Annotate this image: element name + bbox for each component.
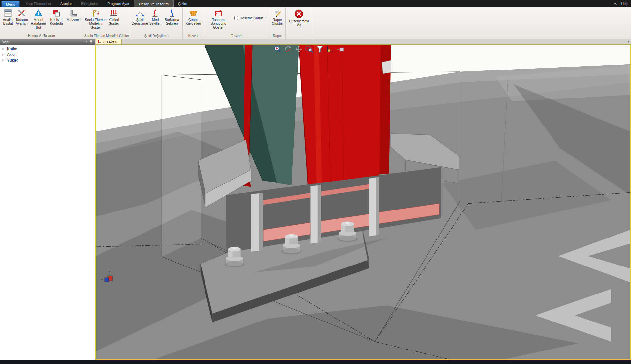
ribbon-group-hesap-ve-tasarim: Analizi Başlat Tasarım Ayarları Model Ha…	[0, 7, 83, 39]
svg-text:Z: Z	[109, 269, 111, 273]
ribbon-group-sekil-degistirme: Şekil Değiştirme Mod Şekilleri Burkulma …	[130, 7, 183, 39]
ribbon-group-kuvvet: Çubuk Kuvvetleri Kuvvet	[183, 7, 204, 39]
show-loads-icon	[110, 9, 118, 17]
expand-triangle-icon[interactable]: ▷	[2, 47, 5, 50]
tab-program-ayar[interactable]: Program Ayar	[103, 0, 134, 7]
material-icon	[69, 9, 78, 17]
tree-item-yukler[interactable]: ▷ Yükler	[0, 57, 95, 63]
intersection-check-icon	[52, 9, 61, 17]
sekil-degistirme-button[interactable]: Şekil Değiştirme	[131, 8, 148, 26]
kesisim-kontrolu-button[interactable]: Kesişim Kontrolü	[48, 8, 65, 26]
ribbon-group-duzenleme: Düzenlemeyi Aç	[286, 7, 312, 39]
tab-araclar[interactable]: Araçlar	[56, 0, 77, 7]
mod-sekilleri-button[interactable]: Mod Şekilleri	[148, 8, 162, 26]
ribbon-group-tasarim: Tasarım Sonucunu Göster Döşeme Sonucu Ta…	[204, 7, 269, 39]
tab-birlesimler[interactable]: Birleşimler	[77, 0, 103, 7]
yukleri-goster-button[interactable]: Yükleri Göster	[107, 8, 121, 26]
zoom-in-icon[interactable]	[273, 45, 282, 54]
orbit-icon[interactable]	[284, 45, 293, 54]
analysis-table-icon	[4, 9, 12, 17]
expand-triangle-icon[interactable]: ▷	[2, 59, 5, 62]
viewport-area: 3D Kot 0 ▾	[95, 39, 631, 360]
help-link[interactable]: Help	[621, 2, 628, 6]
axes-corner-icon[interactable]	[326, 45, 335, 54]
cubuk-kuvvetleri-button[interactable]: Çubuk Kuvvetleri	[184, 8, 203, 26]
group-label: Şekil Değiştirme	[131, 34, 181, 39]
viewport-tab-3d-kot-0[interactable]: 3D Kot 0	[96, 39, 122, 44]
pan-icon[interactable]	[294, 45, 303, 54]
section-plane-icon[interactable]	[336, 45, 345, 54]
burkulma-sekilleri-button[interactable]: Burkulma Şekilleri	[162, 8, 181, 26]
buckling-shapes-icon	[168, 9, 176, 17]
doseme-sonucu-checkbox-input[interactable]	[234, 16, 238, 20]
ribbon-group-sonlu-eleman: Sonlu Eleman Modelini Göster Yükleri Gös…	[83, 7, 130, 39]
menu-button[interactable]: Menü	[1, 1, 20, 7]
group-label: Rapor	[270, 34, 284, 39]
deformation-icon	[136, 9, 144, 17]
ribbon: Analizi Başlat Tasarım Ayarları Model Ha…	[0, 7, 631, 39]
axis-cube-blue-face	[105, 278, 109, 282]
tree-item-katlar[interactable]: ▷ Katlar	[0, 46, 95, 52]
statusbar	[0, 360, 631, 364]
sonlu-eleman-modelini-goster-button[interactable]: Sonlu Eleman Modelini Göster	[84, 8, 107, 30]
viewport-toolbar	[273, 45, 345, 54]
analizi-baslat-button[interactable]: Analizi Başlat	[1, 8, 15, 26]
group-label: Hesap Ve Tasarım	[1, 34, 82, 39]
structure-panel: Yapı ▾ ▷ Katlar ▷ Akslar ▷ Yükler	[0, 39, 95, 360]
scene-render: Z Y	[96, 45, 630, 359]
zoom-window-icon[interactable]	[305, 45, 314, 54]
tab-list-chevron-icon[interactable]: ▾	[628, 40, 629, 43]
structure-panel-header: Yapı ▾	[0, 39, 95, 45]
model-hatalarini-bul-button[interactable]: Model Hatalarını Bul	[29, 8, 48, 30]
design-settings-icon	[17, 9, 26, 17]
tab-cizim[interactable]: Çizim	[174, 0, 192, 7]
fem-model-icon	[91, 9, 100, 17]
model-errors-icon	[34, 9, 43, 17]
panel-title: Yapı	[2, 40, 83, 44]
menubar: Menü Yapı Elemanları Araçlar Birleşimler…	[0, 0, 631, 7]
create-report-icon	[273, 9, 282, 17]
tasarim-sonucunu-goster-button[interactable]: Tasarım Sonucunu Göster	[205, 8, 232, 30]
viewport-tabstrip: 3D Kot 0 ▾	[95, 39, 631, 45]
member-forces-icon	[189, 9, 198, 17]
group-label: Sonlu Eleman Modelini Göster	[84, 34, 129, 39]
structure-tree: ▷ Katlar ▷ Akslar ▷ Yükler	[0, 45, 95, 64]
ribbon-group-rapor: Rapor Oluştur Rapor	[269, 7, 286, 39]
open-editing-icon	[294, 9, 304, 19]
scene-3d-viewport[interactable]: Z Y	[95, 45, 631, 360]
filter-icon[interactable]	[315, 45, 324, 54]
tab-yapi-elemanlari[interactable]: Yapı Elemanları	[21, 0, 56, 7]
group-label	[287, 34, 311, 39]
column-notch	[382, 60, 391, 74]
svg-text:Y: Y	[101, 278, 103, 282]
expand-triangle-icon[interactable]: ▷	[2, 53, 5, 56]
panel-chevron-down-icon[interactable]: ▾	[85, 40, 87, 43]
collapse-ribbon-icon[interactable]	[614, 2, 617, 5]
duzenlemeyi-ac-button[interactable]: Düzenlemeyi Aç	[287, 8, 311, 27]
view-tab-icon	[98, 40, 102, 44]
tab-hesap-ve-tasarim[interactable]: Hesap Ve Tasarım	[134, 0, 174, 7]
tasarim-ayarlari-button[interactable]: Tasarım Ayarları	[15, 8, 29, 26]
group-label: Kuvvet	[184, 34, 203, 39]
doseme-sonucu-checkbox[interactable]: Döşeme Sonucu	[234, 16, 266, 20]
tree-item-akslar[interactable]: ▷ Akslar	[0, 52, 95, 57]
rapor-olustur-button[interactable]: Rapor Oluştur	[270, 8, 284, 26]
design-result-icon	[214, 9, 223, 17]
malzeme-button[interactable]: Malzeme	[65, 8, 82, 22]
group-label: Tasarım	[205, 34, 268, 39]
mode-shapes-icon	[151, 9, 160, 17]
panel-pin-icon[interactable]	[90, 40, 93, 44]
